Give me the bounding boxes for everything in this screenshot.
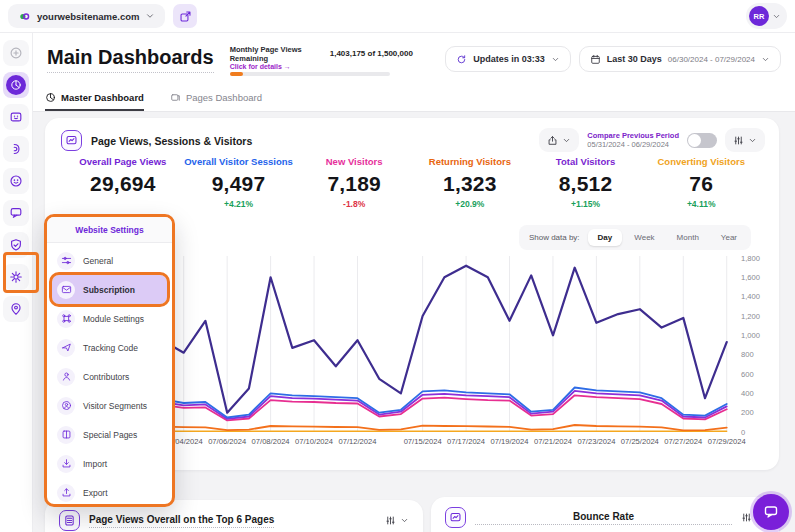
chevron-down-icon — [145, 11, 155, 21]
showby-option-year[interactable]: Year — [711, 229, 747, 246]
stat-overall-visitor-sessions: Overall Visitor Sessions9,497+4.21% — [181, 156, 297, 209]
sidebar-item-support[interactable] — [3, 296, 29, 322]
pages-tab-icon — [170, 92, 181, 103]
date-range-picker[interactable]: Last 30 Days 06/30/2024 - 07/29/2024 — [579, 46, 781, 72]
wave-icon — [9, 142, 23, 156]
stat-delta: +4.21% — [181, 199, 297, 209]
sidebar-item-sessions[interactable] — [3, 136, 29, 162]
menu-title: Website Settings — [47, 217, 172, 243]
menu-item-special-pages[interactable]: Special Pages — [52, 420, 167, 449]
menu-item-label: General — [83, 256, 113, 266]
stat-returning-visitors: Returning Visitors1,323+20.9% — [412, 156, 528, 209]
updates-timer-button[interactable]: Updates in 03:33 — [445, 46, 571, 72]
segments-icon — [61, 400, 72, 411]
card-badge — [445, 507, 466, 528]
stat-label: Overall Visitor Sessions — [181, 156, 297, 167]
chevron-down-icon — [551, 55, 560, 64]
open-site-button[interactable] — [173, 4, 197, 28]
menu-item-label: Special Pages — [83, 430, 137, 440]
stat-label: Overall Page Views — [65, 156, 181, 167]
sliders-icon — [61, 255, 72, 266]
stat-new-visitors: New Visitors7,189-1.8% — [296, 156, 412, 209]
chevron-down-icon — [400, 516, 409, 525]
stat-value: 9,497 — [181, 172, 297, 196]
sidebar-item-collapse[interactable] — [3, 40, 29, 66]
showby-option-day[interactable]: Day — [588, 229, 623, 246]
stat-label: Total Visitors — [528, 156, 644, 167]
export-chart-button[interactable] — [539, 128, 579, 152]
stat-value: 8,512 — [528, 172, 644, 196]
sidebar-nav — [0, 33, 33, 532]
chevron-down-icon — [562, 136, 571, 145]
chat-fab-button[interactable] — [753, 494, 789, 530]
compare-label: Compare Previous Period — [587, 131, 679, 140]
quota-value: 1,403,175 of 1,500,000 — [330, 49, 413, 58]
menu-item-label: Export — [83, 488, 108, 498]
circle-plus-icon — [9, 46, 23, 60]
compare-toggle[interactable] — [687, 133, 717, 148]
monitor-chart-icon — [449, 511, 462, 524]
sidebar-item-settings[interactable] — [3, 264, 29, 290]
menu-item-general[interactable]: General — [52, 246, 167, 275]
menu-item-label: Contributors — [83, 372, 129, 382]
pie-icon — [10, 79, 22, 91]
menu-item-label: Visitor Segments — [83, 401, 147, 411]
menu-item-icon-wrap — [57, 455, 75, 473]
stat-label: New Visitors — [296, 156, 412, 167]
menu-item-module-settings[interactable]: Module Settings — [52, 304, 167, 333]
quota-widget: Monthly Page Views Remaining Click for d… — [230, 40, 402, 78]
stat-label: Converting Visitors — [643, 156, 759, 167]
site-favicon-icon — [18, 10, 31, 23]
menu-item-icon-wrap — [57, 252, 75, 270]
stat-label: Returning Visitors — [412, 156, 528, 167]
card-title: Page Views, Sessions & Visitors — [91, 135, 252, 147]
sliders-vertical-icon — [733, 135, 744, 146]
chat-icon — [763, 504, 779, 520]
site-selector[interactable]: yourwebsitename.com — [8, 4, 165, 28]
modules-icon — [61, 313, 72, 324]
menu-item-visitor-segments[interactable]: Visitor Segments — [52, 391, 167, 420]
sidebar-item-dashboards[interactable] — [3, 72, 29, 98]
quota-label: Monthly Page Views Remaining — [230, 45, 334, 64]
quota-progress-track — [230, 72, 390, 76]
card-badge — [59, 510, 80, 531]
pin-icon — [9, 302, 23, 316]
menu-item-subscription[interactable]: Subscription — [52, 275, 167, 304]
menu-list: GeneralSubscriptionModule SettingsTracki… — [47, 243, 172, 510]
menu-item-import[interactable]: Import — [52, 449, 167, 478]
menu-item-icon-wrap — [57, 368, 75, 386]
tab-master-dashboard[interactable]: Master Dashboard — [45, 85, 144, 111]
stats-row: Overall Page Views29,694Overall Visitor … — [65, 156, 759, 209]
website-settings-menu: Website Settings GeneralSubscriptionModu… — [44, 214, 175, 507]
refresh-icon — [456, 54, 467, 65]
showby-option-week[interactable]: Week — [624, 229, 664, 246]
page-header: Main Dashboards Monthly Page Views Remai… — [33, 33, 795, 85]
stat-delta: +20.9% — [412, 199, 528, 209]
menu-item-icon-wrap — [57, 339, 75, 357]
calculator-icon — [63, 514, 76, 527]
tab-pages-dashboard[interactable]: Pages Dashboard — [170, 85, 262, 111]
quota-details-link[interactable]: Click for details → — [230, 63, 291, 70]
external-link-icon — [179, 10, 192, 23]
chevron-down-icon — [772, 12, 781, 21]
sidebar-item-feedback[interactable] — [3, 200, 29, 226]
chat-icon — [9, 206, 23, 220]
face-icon — [9, 174, 23, 188]
user-menu[interactable]: RR — [746, 3, 787, 29]
compare-period-block: Compare Previous Period 05/31/2024 - 06/… — [587, 131, 679, 149]
sidebar-item-goals[interactable] — [3, 232, 29, 258]
menu-item-contributors[interactable]: Contributors — [52, 362, 167, 391]
sidebar-item-visitors[interactable] — [3, 168, 29, 194]
menu-item-icon-wrap — [57, 484, 75, 502]
menu-item-tracking-code[interactable]: Tracking Code — [52, 333, 167, 362]
menu-item-icon-wrap — [57, 426, 75, 444]
monitor-chart-icon — [65, 134, 78, 147]
showby-option-month[interactable]: Month — [667, 229, 709, 246]
pages-icon — [61, 429, 72, 440]
show-data-by: Show data by:DayWeekMonthYear — [519, 225, 751, 250]
chart-options-button[interactable] — [725, 128, 765, 152]
export-icon — [61, 487, 72, 498]
menu-item-export[interactable]: Export — [52, 478, 167, 507]
sidebar-item-reports[interactable] — [3, 104, 29, 130]
chart-options-button[interactable] — [385, 515, 409, 526]
